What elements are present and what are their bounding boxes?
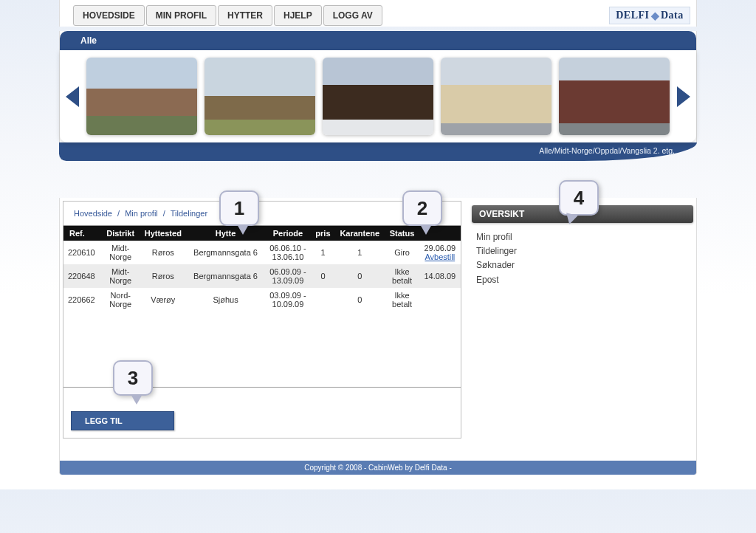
nav-hovedside[interactable]: HOVEDSIDE bbox=[73, 5, 145, 26]
cell-karantene: 0 bbox=[334, 264, 385, 288]
breadcrumb-sep: / bbox=[160, 209, 168, 218]
logo-text-2: Data bbox=[661, 10, 684, 21]
logo-text-1: DELFI bbox=[616, 10, 649, 21]
oversikt-list: Min profilTildelingerSøknaderEpost bbox=[472, 223, 693, 295]
callout-1: 1 bbox=[219, 190, 259, 226]
table-row[interactable]: 220610Midt-NorgeRørosBergmannsgata 606.0… bbox=[63, 241, 461, 264]
oversikt-item[interactable]: Min profil bbox=[476, 230, 689, 244]
cell-ref: 220648 bbox=[63, 264, 102, 288]
cell-pris: 0 bbox=[312, 264, 334, 288]
oversikt-item[interactable]: Epost bbox=[476, 273, 689, 287]
th-pris[interactable]: pris bbox=[312, 226, 334, 241]
location-path: Alle/Midt-Norge/Oppdal/Vangslia 2. etg. bbox=[59, 142, 697, 161]
carousel-thumb[interactable] bbox=[559, 58, 670, 135]
logo-dot: ◆ bbox=[650, 10, 662, 22]
table-row[interactable]: 220648Midt-NorgeRørosBergmannsgata 606.0… bbox=[63, 264, 461, 288]
oversikt-item[interactable]: Søknader bbox=[476, 258, 689, 272]
cell-hyttested: Røros bbox=[140, 241, 187, 264]
cell-hyttested: Værøy bbox=[140, 288, 187, 312]
cell-last bbox=[419, 288, 461, 312]
cell-distrikt: Midt-Norge bbox=[102, 241, 140, 264]
cell-status: Giro bbox=[385, 241, 419, 264]
th-ref[interactable]: Ref. bbox=[63, 226, 102, 241]
carousel-thumb[interactable] bbox=[323, 58, 433, 135]
cell-ref: 220662 bbox=[63, 288, 102, 312]
breadcrumb-min-profil[interactable]: Min profil bbox=[125, 209, 158, 218]
carousel-thumb[interactable] bbox=[205, 58, 315, 135]
cell-hytte: Bergmannsgata 6 bbox=[187, 241, 264, 264]
cell-karantene: 0 bbox=[334, 288, 385, 312]
breadcrumb: Hovedside / Min profil / Tildelinger bbox=[63, 209, 461, 225]
breadcrumb-tildelinger: Tildelinger bbox=[171, 209, 207, 218]
breadcrumb-hovedside[interactable]: Hovedside bbox=[74, 209, 112, 218]
carousel-thumb[interactable] bbox=[441, 58, 551, 135]
cell-hyttested: Røros bbox=[140, 264, 187, 288]
cell-periode: 06.09.09 -13.09.09 bbox=[264, 264, 312, 288]
nav-logg-av[interactable]: LOGG AV bbox=[323, 5, 382, 26]
cell-status: Ikkebetalt bbox=[385, 288, 419, 312]
th-status[interactable]: Status bbox=[385, 226, 419, 241]
cell-distrikt: Nord-Norge bbox=[102, 288, 140, 312]
main-nav: HOVEDSIDE MIN PROFIL HYTTER HJELP LOGG A… bbox=[73, 5, 384, 26]
tab-alle[interactable]: Alle bbox=[60, 31, 696, 50]
table-row[interactable]: 220662Nord-NorgeVærøySjøhus03.09.09 -10.… bbox=[63, 288, 461, 312]
callout-4: 4 bbox=[559, 180, 599, 216]
avbestill-link[interactable]: Avbestill bbox=[425, 252, 455, 261]
callout-2: 2 bbox=[402, 190, 442, 226]
cell-hytte: Bergmannsgata 6 bbox=[187, 264, 264, 288]
tildelinger-panel: Hovedside / Min profil / Tildelinger Ref… bbox=[63, 201, 461, 439]
cell-last[interactable]: 29.06.09Avbestill bbox=[419, 241, 461, 264]
carousel-thumb[interactable] bbox=[86, 58, 197, 135]
cell-hytte: Sjøhus bbox=[187, 288, 264, 312]
cell-pris: 1 bbox=[312, 241, 334, 264]
footer: Copyright © 2008 - CabinWeb by Delfi Dat… bbox=[59, 461, 697, 475]
breadcrumb-sep: / bbox=[114, 209, 123, 218]
cell-periode: 03.09.09 -10.09.09 bbox=[264, 288, 312, 312]
nav-hjelp[interactable]: HJELP bbox=[274, 5, 322, 26]
th-hyttested[interactable]: Hyttested bbox=[140, 226, 187, 241]
cell-karantene: 1 bbox=[334, 241, 385, 264]
nav-min-profil[interactable]: MIN PROFIL bbox=[146, 5, 216, 26]
th-periode[interactable]: Periode bbox=[264, 226, 312, 241]
cell-status: Ikkebetalt bbox=[385, 264, 419, 288]
cell-last: 14.08.09 bbox=[419, 264, 461, 288]
logo: DELFI◆Data bbox=[609, 7, 690, 24]
carousel-next-icon[interactable] bbox=[677, 86, 690, 107]
cell-distrikt: Midt-Norge bbox=[102, 264, 140, 288]
tildelinger-table: Ref. Distrikt Hyttested Hytte Periode pr… bbox=[63, 226, 461, 312]
callout-3: 3 bbox=[113, 360, 153, 396]
cell-pris bbox=[312, 288, 334, 312]
cell-ref: 220610 bbox=[63, 241, 102, 264]
th-distrikt[interactable]: Distrikt bbox=[102, 226, 140, 241]
th-hytte[interactable]: Hytte bbox=[187, 226, 264, 241]
carousel-prev-icon[interactable] bbox=[66, 86, 79, 107]
cell-periode: 06.06.10 -13.06.10 bbox=[264, 241, 312, 264]
legg-til-button[interactable]: LEGG TIL bbox=[71, 411, 174, 430]
th-karantene[interactable]: Karantene bbox=[334, 226, 385, 241]
oversikt-item[interactable]: Tildelinger bbox=[476, 244, 689, 258]
nav-hytter[interactable]: HYTTER bbox=[218, 5, 272, 26]
